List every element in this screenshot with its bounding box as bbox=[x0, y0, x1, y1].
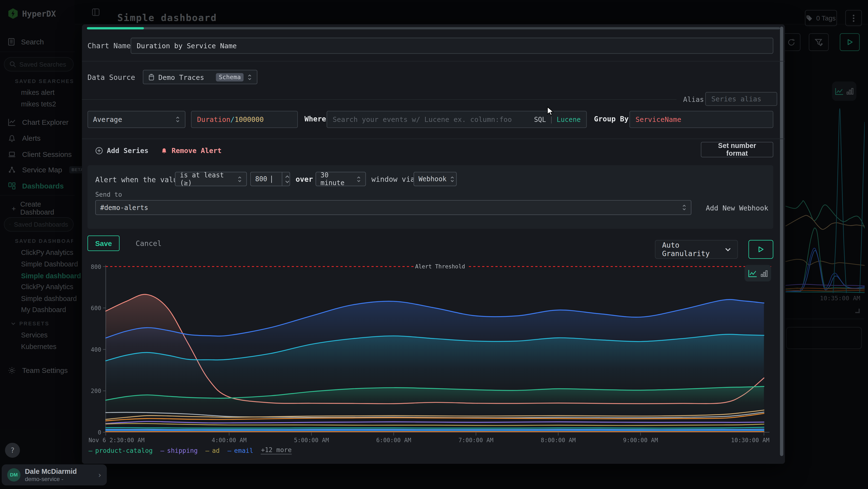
field-name: Duration bbox=[197, 115, 230, 123]
over-label: over bbox=[296, 175, 313, 183]
play-icon bbox=[758, 246, 764, 253]
search-placeholder: Search your events w/ Lucene ex. column:… bbox=[333, 115, 512, 123]
alert-threshold-input[interactable]: 800 bbox=[250, 172, 290, 186]
alert-prefix-label: Alert when the value bbox=[95, 176, 182, 184]
chevron-down-icon bbox=[725, 248, 731, 251]
alias-placeholder: Series alias bbox=[711, 95, 761, 103]
alert-threshold-label: Alert Threshold bbox=[415, 263, 465, 269]
progress-bar bbox=[87, 27, 780, 29]
set-number-format-button[interactable]: Set number format bbox=[701, 142, 774, 157]
modal-scrollbar[interactable] bbox=[780, 27, 783, 456]
text-cursor bbox=[271, 175, 272, 183]
legend-item[interactable]: —shipping bbox=[160, 446, 198, 454]
cancel-button[interactable]: Cancel bbox=[135, 239, 161, 248]
legend-item[interactable]: —email bbox=[227, 446, 253, 454]
legend-dash: — bbox=[206, 446, 209, 454]
user-menu[interactable]: DM Dale McDiarmid demo-service - › bbox=[2, 464, 107, 485]
granularity-value: Auto Granularity bbox=[662, 241, 725, 258]
divider bbox=[82, 61, 785, 62]
chart-name-label: Chart Name bbox=[88, 41, 131, 50]
chart-legend: —product-catalog —shipping —ad —email +1… bbox=[89, 446, 291, 454]
number-stepper[interactable] bbox=[282, 172, 289, 185]
legend-item[interactable]: —product-catalog bbox=[89, 446, 153, 454]
window-via-label: window via bbox=[372, 175, 415, 183]
legend-label: product-catalog bbox=[95, 446, 153, 454]
svg-text:8:00:00 AM: 8:00:00 AM bbox=[541, 437, 576, 443]
chevron-up-icon[interactable] bbox=[285, 175, 289, 178]
alert-threshold-value: 800 bbox=[255, 175, 267, 183]
chevron-updown-icon bbox=[176, 116, 180, 123]
svg-text:5:00:00 AM: 5:00:00 AM bbox=[294, 437, 329, 443]
field-divisor: 1000000 bbox=[235, 115, 264, 123]
svg-text:9:00:00 AM: 9:00:00 AM bbox=[623, 437, 658, 443]
data-source-select[interactable]: Demo Traces Schema bbox=[143, 70, 257, 84]
group-by-input[interactable]: ServiceName bbox=[629, 111, 773, 128]
mouse-cursor bbox=[547, 107, 555, 116]
legend-label: email bbox=[234, 446, 253, 454]
legend-item[interactable]: —ad bbox=[206, 446, 220, 454]
field-operator: / bbox=[230, 115, 235, 123]
alert-window-value: 30 minute bbox=[320, 171, 353, 186]
lucene-option[interactable]: Lucene bbox=[557, 116, 581, 123]
svg-text:6:00:00 AM: 6:00:00 AM bbox=[376, 437, 411, 443]
chevron-updown-icon bbox=[247, 74, 252, 81]
chevron-updown-icon bbox=[356, 175, 361, 183]
query-language-toggle[interactable]: SQL | Lucene bbox=[534, 116, 581, 123]
chart-name-value: Duration by Service Name bbox=[137, 41, 237, 50]
series-alias-input[interactable]: Series alias bbox=[705, 92, 777, 106]
divider: | bbox=[549, 116, 553, 123]
alert-window-select[interactable]: 30 minute bbox=[316, 172, 366, 186]
sql-option[interactable]: SQL bbox=[534, 116, 546, 123]
chevron-updown-icon bbox=[682, 204, 686, 211]
legend-label: ad bbox=[212, 446, 220, 454]
chevron-updown-icon bbox=[238, 175, 242, 183]
schema-badge: Schema bbox=[216, 73, 244, 81]
svg-text:4:00:00 AM: 4:00:00 AM bbox=[212, 437, 247, 443]
run-chart-button[interactable] bbox=[748, 240, 773, 259]
chart-name-input[interactable]: Duration by Service Name bbox=[131, 38, 774, 54]
user-org: demo-service - bbox=[25, 476, 77, 482]
user-name: Dale McDiarmid bbox=[25, 468, 77, 476]
webhook-select[interactable]: #demo-alerts bbox=[95, 200, 691, 215]
svg-text:600: 600 bbox=[91, 305, 101, 312]
granularity-select[interactable]: Auto Granularity bbox=[655, 240, 738, 259]
divider bbox=[82, 99, 677, 100]
progress-bar-fill bbox=[87, 27, 144, 29]
webhook-value: #demo-alerts bbox=[100, 204, 148, 211]
app-screen: HyperDX Search Saved Searches SAVED SEAR… bbox=[0, 0, 868, 489]
help-button[interactable]: ? bbox=[5, 443, 20, 458]
svg-text:Nov 6 2:30:00 AM: Nov 6 2:30:00 AM bbox=[89, 437, 145, 443]
group-by-label: Group By bbox=[594, 115, 629, 123]
remove-alert-label: Remove Alert bbox=[172, 146, 222, 154]
chart-type-toggle[interactable] bbox=[745, 265, 771, 282]
alert-channel-select[interactable]: Webhook bbox=[413, 172, 457, 186]
send-to-label: Send to bbox=[95, 191, 122, 198]
save-button[interactable]: Save bbox=[88, 236, 120, 251]
where-label: Where bbox=[305, 115, 326, 123]
bar-chart-icon[interactable] bbox=[761, 269, 768, 277]
avatar: DM bbox=[7, 468, 21, 482]
alert-condition-select[interactable]: is at least (≥) bbox=[175, 172, 247, 186]
svg-text:800: 800 bbox=[91, 264, 101, 270]
svg-text:10:30:00 AM: 10:30:00 AM bbox=[731, 437, 770, 443]
aggregation-select[interactable]: Average bbox=[88, 111, 185, 128]
legend-more-button[interactable]: +12 more bbox=[261, 446, 291, 454]
plus-circle-icon bbox=[95, 146, 103, 154]
chevron-right-icon: › bbox=[98, 470, 101, 479]
remove-alert-button[interactable]: Remove Alert bbox=[161, 146, 222, 154]
add-new-webhook-button[interactable]: Add New Webhook bbox=[706, 204, 768, 212]
legend-dash: — bbox=[160, 446, 164, 454]
svg-text:0: 0 bbox=[98, 429, 101, 436]
field-expression-input[interactable]: Duration/1000000 bbox=[191, 111, 298, 128]
chevron-down-icon[interactable] bbox=[285, 180, 289, 183]
database-icon bbox=[148, 74, 154, 81]
chevron-updown-icon bbox=[450, 175, 454, 183]
alias-label: Alias bbox=[683, 95, 704, 104]
line-chart-icon[interactable] bbox=[748, 269, 757, 277]
group-by-value: ServiceName bbox=[636, 115, 681, 123]
alert-config-card: Alert when the value is at least (≥) 800… bbox=[88, 165, 774, 229]
legend-dash: — bbox=[89, 446, 92, 454]
divider bbox=[82, 139, 785, 139]
alert-condition-value: is at least (≥) bbox=[180, 171, 234, 186]
add-series-button[interactable]: Add Series bbox=[95, 146, 149, 154]
